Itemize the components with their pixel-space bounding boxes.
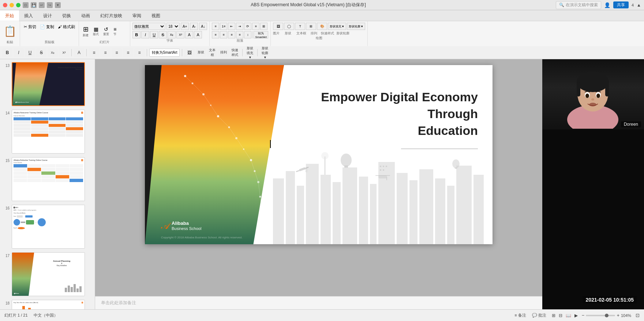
window-icon-2[interactable]: 💾 <box>31 2 37 8</box>
tab-insert[interactable]: 插入 <box>19 10 38 21</box>
indent-dec-button[interactable]: ⇤ <box>228 23 235 30</box>
fmt-arrange-button[interactable]: 排列 <box>218 48 229 57</box>
insert-image-button[interactable]: 🖼 <box>273 23 283 30</box>
convert-smartart-btn[interactable]: 转换为SmartArt <box>149 49 180 57</box>
text-direction-button[interactable]: ⟳ <box>244 23 251 30</box>
shape-outline-btn[interactable]: 形状轮廓 ▼ <box>260 48 270 57</box>
undo-button[interactable]: ↩ <box>39 2 45 8</box>
superscript-button[interactable]: X² <box>176 31 184 38</box>
line-spacing-button[interactable]: ↕ <box>244 31 251 38</box>
close-button[interactable] <box>3 3 7 7</box>
tab-design[interactable]: 设计 <box>38 10 57 21</box>
underline-button[interactable]: U <box>150 31 158 38</box>
zoom-in-button[interactable]: + <box>617 313 619 318</box>
font-color-button[interactable]: A <box>185 31 193 38</box>
align-left-button[interactable]: ≡ <box>212 31 219 38</box>
quick-styles-button[interactable]: 🎨 <box>317 23 327 30</box>
convert-smartart-button[interactable]: 转为SmartArt <box>254 31 268 38</box>
fmt-textbox-button[interactable]: 文本框 <box>207 48 217 57</box>
layout-button[interactable]: ▦ 版式 <box>91 26 100 37</box>
copy-button[interactable]: 📄 复制 <box>38 23 56 30</box>
tab-animations[interactable]: 动画 <box>76 10 95 21</box>
font-dec-button[interactable]: A- <box>190 23 198 30</box>
clear-format-button[interactable]: A↓ <box>199 23 207 30</box>
font-inc-button[interactable]: A+ <box>181 23 189 30</box>
indent-inc-button[interactable]: ⇥ <box>236 23 243 30</box>
slide-thumbnail-13[interactable]: 13 Empower Digital Economy Through Educa… <box>1 61 93 107</box>
search-box[interactable]: 🔍 在演示文稿中搜索 <box>556 1 601 9</box>
minimize-button[interactable] <box>10 3 14 7</box>
shape-fill-btn[interactable]: 形状填充 ▼ <box>245 48 255 57</box>
zoom-out-button[interactable]: − <box>582 313 585 318</box>
bold-button[interactable]: B <box>132 31 141 38</box>
fmt-distributed-button[interactable]: ≡ <box>134 48 145 57</box>
arrange-button[interactable]: ⊞ <box>306 23 316 30</box>
tab-view[interactable]: 视图 <box>146 10 165 21</box>
fmt-left-button[interactable]: ≡ <box>89 48 99 57</box>
bullets-button[interactable]: ≡ <box>212 23 219 30</box>
notes-area[interactable]: 单击此处添加备注 <box>95 296 542 309</box>
fmt-justify-button[interactable]: ≡ <box>123 48 133 57</box>
fmt-image-button[interactable]: 🖼 <box>184 48 195 57</box>
slideshow-icon[interactable]: ▶ <box>573 312 579 319</box>
fmt-center-button[interactable]: ≡ <box>100 48 111 57</box>
paste-button[interactable]: 📋 <box>4 23 16 40</box>
slide-thumbnail-18[interactable]: 18 Key Time Slot for online class (March… <box>1 299 93 309</box>
fmt-underline-button[interactable]: U <box>25 48 35 57</box>
tab-transitions[interactable]: 切换 <box>57 10 76 21</box>
slide-img-13[interactable]: Empower Digital Economy Through Educatio… <box>12 62 85 106</box>
slide-thumbnail-15[interactable]: 15 Alibaba Refresher Training Online Cou… <box>1 156 93 202</box>
share-button[interactable]: 共享 <box>613 1 629 8</box>
notes-button[interactable]: ≡ 备注 <box>513 312 527 319</box>
strikethrough-button[interactable]: S <box>159 31 167 38</box>
fmt-subscript-button[interactable]: X₂ <box>48 48 58 57</box>
justify-button[interactable]: ≡ <box>236 31 243 38</box>
fmt-strikethrough-button[interactable]: S <box>36 48 46 57</box>
tab-review[interactable]: 审阅 <box>127 10 146 21</box>
slide-img-16[interactable]: 🅰 ABS ABS - Core modules and programs Ch… <box>12 205 85 249</box>
fmt-italic-button[interactable]: I <box>14 48 24 57</box>
fmt-bold-button[interactable]: B <box>2 48 12 57</box>
zoom-slider[interactable] <box>586 315 615 316</box>
notes-placeholder[interactable]: 单击此处添加备注 <box>101 300 136 306</box>
align-right-button[interactable]: ≡ <box>228 31 235 38</box>
slide-thumbnail-16[interactable]: 16 🅰 ABS ABS - Core modules and programs… <box>1 204 93 249</box>
reset-button[interactable]: ↺ 重置 <box>102 26 111 37</box>
shape-outline-button[interactable]: 形状轮廓▼ <box>347 23 365 30</box>
slide-img-18[interactable]: Key Time Slot for online class (March) 🅰 <box>12 300 85 309</box>
subscript-button[interactable]: X₂ <box>168 31 176 38</box>
cut-button[interactable]: ✂ 剪切 <box>22 23 38 30</box>
slide-img-17[interactable]: Annual Planning & Key timeline <box>12 252 85 296</box>
format-painter-button[interactable]: 🖌 格式刷 <box>56 23 76 30</box>
insert-textbox-button[interactable]: T <box>295 23 305 30</box>
font-name-select[interactable]: 微软雅黑 <box>132 23 165 30</box>
fmt-right-button[interactable]: ≡ <box>112 48 122 57</box>
insert-shape-button[interactable]: ◯ <box>284 23 294 30</box>
italic-button[interactable]: I <box>141 31 149 38</box>
zoom-level[interactable]: 104% <box>621 313 633 318</box>
fmt-superscript-button[interactable]: X² <box>59 48 69 57</box>
collapse-button[interactable]: ▲ <box>637 3 641 8</box>
slide-thumbnail-14[interactable]: 14 Alibaba Newcomer Training Online Cour… <box>1 109 93 154</box>
fmt-fontcolor-button[interactable]: A <box>74 48 84 57</box>
normal-view-icon[interactable]: ⊞ <box>551 312 557 319</box>
font-size-select[interactable]: 18 <box>166 23 180 30</box>
window-icon-1[interactable]: ⊡ <box>23 2 29 8</box>
reading-view-icon[interactable]: 📖 <box>565 312 572 319</box>
slide-thumbnail-17[interactable]: 17 Annual Planning & Key timeline <box>1 252 93 297</box>
new-slide-button[interactable]: ⊞ 新建 <box>81 24 90 38</box>
more-button[interactable]: ▼ <box>55 2 61 8</box>
align-text-button[interactable]: ≡ <box>252 23 259 30</box>
align-center-button[interactable]: ≡ <box>220 31 227 38</box>
shape-fill-button[interactable]: 形状填充▼ <box>328 23 346 30</box>
maximize-button[interactable] <box>16 3 20 7</box>
fmt-shape-button[interactable]: 形状 <box>196 48 206 57</box>
slidesorter-icon[interactable]: ⊟ <box>558 312 564 319</box>
slide-img-14[interactable]: Alibaba Newcomer Training Online Course … <box>12 110 85 154</box>
fmt-quickstyle-button[interactable]: 快速样式 <box>230 48 240 57</box>
tab-home[interactable]: 开始 <box>0 10 19 21</box>
main-slide[interactable]: Empower Digital Economy Through Educatio… <box>145 65 493 244</box>
section-button[interactable]: ≡ 节 <box>112 26 118 37</box>
slide-img-15[interactable]: Alibaba Refresher Training Online Course… <box>12 157 85 201</box>
comments-button[interactable]: 💬 批注 <box>531 312 548 319</box>
